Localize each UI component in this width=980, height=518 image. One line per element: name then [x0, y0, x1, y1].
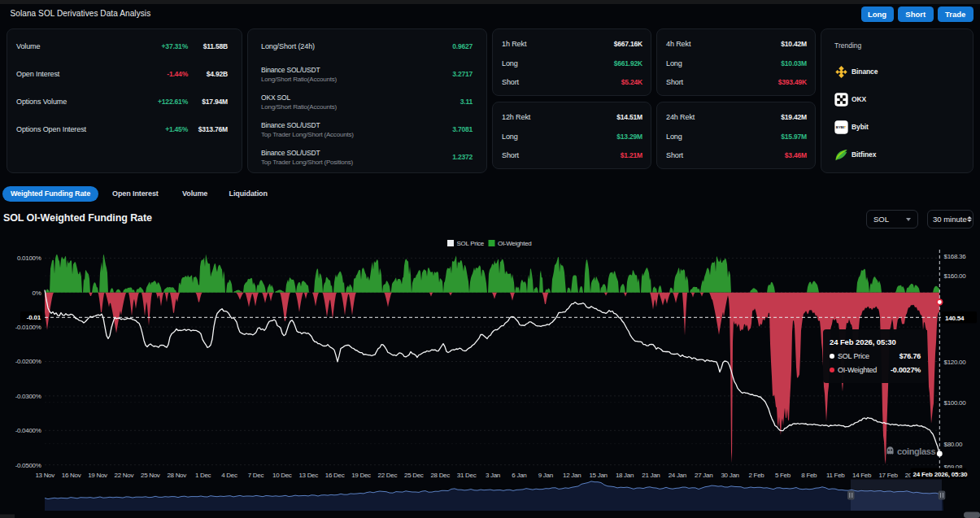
- svg-text:9 Jan: 9 Jan: [538, 472, 553, 479]
- svg-text:25 Nov: 25 Nov: [141, 472, 160, 479]
- svg-text:28 Nov: 28 Nov: [167, 472, 186, 479]
- svg-text:18 Jan: 18 Jan: [616, 472, 634, 479]
- svg-text:17 Feb: 17 Feb: [878, 472, 898, 479]
- svg-text:0.0100%: 0.0100%: [17, 255, 41, 262]
- svg-text:25 Dec: 25 Dec: [404, 472, 424, 479]
- svg-text:21 Jan: 21 Jan: [642, 472, 660, 479]
- svg-text:-0.0100%: -0.0100%: [15, 324, 41, 331]
- svg-text:13 Nov: 13 Nov: [35, 472, 54, 479]
- svg-text:16 Dec: 16 Dec: [325, 472, 345, 479]
- svg-text:16 Nov: 16 Nov: [62, 472, 81, 479]
- svg-text:7 Dec: 7 Dec: [248, 472, 264, 479]
- svg-text:-0.0300%: -0.0300%: [15, 393, 41, 400]
- svg-text:OI-Weighted: OI-Weighted: [498, 240, 531, 247]
- svg-text:27 Jan: 27 Jan: [695, 472, 712, 479]
- svg-text:140.54: 140.54: [945, 315, 965, 322]
- svg-text:22 Dec: 22 Dec: [378, 472, 398, 479]
- svg-text:$80.00: $80.00: [944, 441, 964, 448]
- svg-text:31 Dec: 31 Dec: [457, 472, 477, 479]
- svg-text:T: T: [844, 125, 847, 129]
- svg-text:0%: 0%: [33, 289, 41, 297]
- svg-text:BYBI: BYBI: [836, 125, 844, 129]
- svg-text:3 Jan: 3 Jan: [486, 472, 500, 479]
- svg-text:24 Feb 2026, 05:30: 24 Feb 2026, 05:30: [913, 471, 968, 478]
- svg-text:-0.01: -0.01: [27, 314, 41, 321]
- svg-text:5 Feb: 5 Feb: [775, 472, 791, 479]
- svg-text:12 Jan: 12 Jan: [563, 472, 581, 479]
- svg-text:28 Dec: 28 Dec: [430, 472, 450, 479]
- svg-text:-0.0400%: -0.0400%: [15, 427, 41, 434]
- svg-text:30 Jan: 30 Jan: [721, 472, 738, 479]
- svg-text:1 Dec: 1 Dec: [195, 472, 211, 479]
- svg-text:24 Jan: 24 Jan: [669, 472, 686, 479]
- svg-text:$168.36: $168.36: [944, 253, 967, 260]
- svg-text:-0.0500%: -0.0500%: [15, 462, 41, 469]
- svg-text:8 Feb: 8 Feb: [801, 472, 817, 479]
- svg-text:11 Feb: 11 Feb: [826, 472, 845, 479]
- svg-text:19 Nov: 19 Nov: [88, 472, 107, 479]
- svg-text:2 Feb: 2 Feb: [749, 472, 765, 479]
- svg-text:SOL Price: SOL Price: [457, 240, 485, 247]
- svg-text:$160.00: $160.00: [944, 272, 967, 280]
- svg-text:15 Jan: 15 Jan: [589, 472, 607, 479]
- svg-text:14 Feb: 14 Feb: [852, 472, 872, 479]
- svg-text:19 Dec: 19 Dec: [351, 472, 371, 479]
- svg-text:$120.00: $120.00: [944, 359, 967, 366]
- svg-text:13 Dec: 13 Dec: [298, 472, 318, 479]
- svg-text:$100.00: $100.00: [944, 399, 967, 407]
- svg-text:22 Nov: 22 Nov: [115, 472, 134, 479]
- svg-text:-0.0200%: -0.0200%: [15, 358, 41, 365]
- svg-text:4 Dec: 4 Dec: [221, 472, 237, 479]
- svg-text:6 Jan: 6 Jan: [512, 472, 526, 479]
- svg-text:10 Dec: 10 Dec: [272, 472, 292, 479]
